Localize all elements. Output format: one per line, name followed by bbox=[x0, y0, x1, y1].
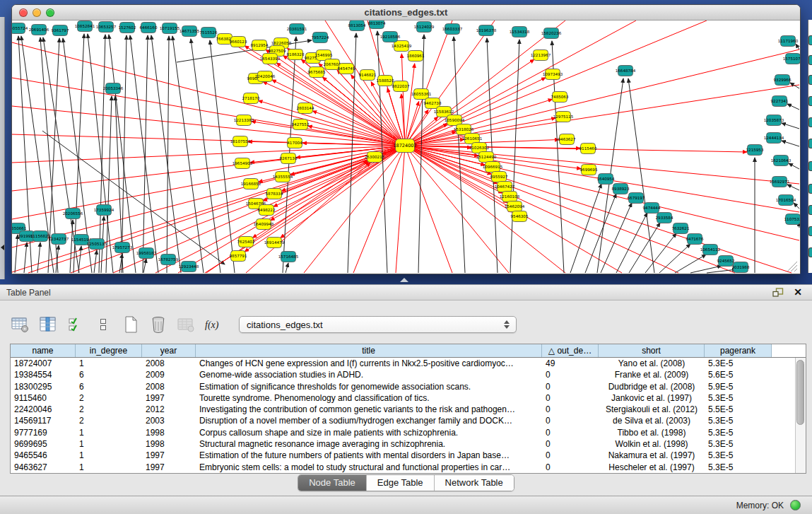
table-cell[interactable]: 1 bbox=[76, 450, 142, 461]
table-row[interactable]: 1830029562008Estimation of significance … bbox=[11, 381, 806, 392]
table-cell[interactable]: Estimation of significance thresholds fo… bbox=[196, 381, 542, 392]
table-cell[interactable]: Hescheler et al. (1997) bbox=[599, 462, 705, 473]
network-canvas[interactable]: 1872400776638229660123891295418226058982… bbox=[12, 21, 800, 274]
table-settings-icon[interactable] bbox=[10, 315, 31, 334]
table-cell[interactable]: 0 bbox=[542, 438, 599, 450]
panel-collapse-arrow-icon[interactable] bbox=[1, 245, 4, 250]
table-cell[interactable]: 5.3E-5 bbox=[705, 358, 772, 369]
table-cell[interactable]: 1 bbox=[76, 427, 142, 438]
table-cell[interactable]: 0 bbox=[542, 462, 599, 473]
tab-edge-table[interactable]: Edge Table bbox=[366, 475, 434, 491]
table-cell[interactable]: 2 bbox=[76, 404, 142, 415]
column-header-pagerank[interactable]: pagerank bbox=[705, 344, 772, 357]
table-cell[interactable]: 0 bbox=[542, 415, 599, 426]
table-cell[interactable]: Tibbo et al. (1998) bbox=[599, 427, 705, 438]
table-cell[interactable]: Jankovic et al. (1997) bbox=[599, 392, 705, 404]
table-cell[interactable]: 9777169 bbox=[11, 427, 76, 438]
table-row[interactable]: 911546021997Tourette syndrome. Phenomeno… bbox=[11, 392, 806, 404]
table-row[interactable]: 946362711997Embryonic stem cells: a mode… bbox=[11, 462, 806, 473]
table-cell[interactable]: 5.6E-5 bbox=[705, 369, 772, 380]
table-cell[interactable]: 2003 bbox=[142, 415, 196, 426]
new-table-icon[interactable] bbox=[120, 315, 141, 334]
table-cell[interactable]: 0 bbox=[542, 381, 599, 392]
table-cell[interactable]: 9115460 bbox=[11, 392, 76, 404]
table-cell[interactable]: 0 bbox=[542, 404, 599, 415]
table-cell[interactable]: de Silva et al. (2003) bbox=[599, 415, 705, 426]
table-row[interactable]: 1872400712008Changes of HCN gene express… bbox=[11, 358, 806, 369]
column-header-in_degree[interactable]: in_degree bbox=[76, 344, 142, 357]
splitter-handle[interactable] bbox=[400, 278, 408, 282]
table-cell[interactable]: 1998 bbox=[142, 427, 196, 438]
column-header-title[interactable]: title bbox=[196, 344, 542, 357]
table-cell[interactable]: Genome-wide association studies in ADHD. bbox=[196, 369, 542, 380]
column-header-year[interactable]: year bbox=[142, 344, 196, 357]
table-cell[interactable]: 5.3E-5 bbox=[705, 462, 772, 473]
table-cell[interactable]: 2008 bbox=[142, 381, 196, 392]
table-cell[interactable]: 2012 bbox=[142, 404, 196, 415]
table-cell[interactable]: 5.3E-5 bbox=[705, 427, 772, 438]
table-cell[interactable]: 5.5E-5 bbox=[705, 404, 772, 415]
table-cell[interactable]: 14569117 bbox=[11, 415, 76, 426]
table-cell[interactable]: Embryonic stem cells: a model to study s… bbox=[196, 462, 542, 473]
table-cell[interactable]: Estimation of the future numbers of pati… bbox=[196, 450, 542, 461]
tab-network-table[interactable]: Network Table bbox=[434, 475, 514, 491]
table-cell[interactable]: 19384554 bbox=[11, 369, 76, 380]
table-cell[interactable]: 0 bbox=[542, 427, 599, 438]
column-visibility-icon[interactable] bbox=[37, 315, 59, 334]
table-cell[interactable]: 2 bbox=[76, 415, 142, 426]
table-cell[interactable]: Yano et al. (2008) bbox=[599, 358, 705, 369]
column-header-short[interactable]: short bbox=[599, 344, 705, 357]
tab-node-table[interactable]: Node Table bbox=[298, 475, 366, 491]
table-cell[interactable]: Dudbridge et al. (2008) bbox=[599, 381, 705, 392]
table-cell[interactable]: Tourette syndrome. Phenomenology and cla… bbox=[196, 392, 542, 404]
column-header-name[interactable]: name bbox=[11, 344, 76, 357]
table-cell[interactable]: 0 bbox=[542, 450, 599, 461]
table-cell[interactable]: 5.3E-5 bbox=[705, 438, 772, 450]
table-cell[interactable]: 5.3E-5 bbox=[705, 392, 772, 404]
table-cell[interactable]: 1997 bbox=[142, 450, 196, 461]
table-cell[interactable]: 2 bbox=[76, 392, 142, 404]
table-cell[interactable]: 49 bbox=[542, 358, 599, 369]
table-cell[interactable]: 6 bbox=[76, 369, 142, 380]
table-cell[interactable]: Changes of HCN gene expression and I(f) … bbox=[196, 358, 542, 369]
table-cell[interactable]: 0 bbox=[542, 369, 599, 380]
float-window-icon[interactable] bbox=[772, 288, 784, 300]
table-cell[interactable]: 1998 bbox=[142, 438, 196, 450]
table-row[interactable]: 946554611997Estimation of the future num… bbox=[11, 450, 806, 461]
row-select-icon[interactable] bbox=[65, 315, 86, 334]
table-cell[interactable]: 1 bbox=[76, 358, 142, 369]
close-panel-icon[interactable]: ✕ bbox=[794, 286, 802, 298]
table-cell[interactable]: 18300295 bbox=[11, 381, 76, 392]
table-cell[interactable]: Franke et al. (2009) bbox=[599, 369, 705, 380]
rows-icon[interactable] bbox=[93, 315, 114, 334]
table-cell[interactable]: Disruption of a novel member of a sodium… bbox=[196, 415, 542, 426]
table-cell[interactable]: Investigating the contribution of common… bbox=[196, 404, 542, 415]
table-cell[interactable]: 1 bbox=[76, 438, 142, 450]
table-row[interactable]: 977716911998Corpus callosum shape and si… bbox=[11, 427, 806, 438]
table-row[interactable]: 2242004622012Investigating the contribut… bbox=[11, 404, 806, 415]
table-cell[interactable]: 1 bbox=[76, 462, 142, 473]
table-cell[interactable]: 0 bbox=[542, 392, 599, 404]
scrollbar-thumb[interactable] bbox=[796, 360, 804, 425]
table-scrollbar[interactable] bbox=[795, 358, 806, 473]
table-row[interactable]: 1456911722003Disruption of a novel membe… bbox=[11, 415, 806, 426]
function-builder-icon[interactable]: f(x) bbox=[203, 315, 224, 334]
window-titlebar[interactable]: citations_edges.txt bbox=[12, 5, 800, 21]
table-cell[interactable]: Nakamura et al. (1997) bbox=[599, 450, 705, 461]
table-cell[interactable]: 1997 bbox=[142, 462, 196, 473]
table-cell[interactable]: 2009 bbox=[142, 369, 196, 380]
table-cell[interactable]: 9699695 bbox=[11, 438, 76, 450]
table-row[interactable]: 969969511998Structural magnetic resonanc… bbox=[11, 438, 806, 450]
table-cell[interactable]: 9463627 bbox=[11, 462, 76, 473]
table-row[interactable]: 1938455462009Genome-wide association stu… bbox=[11, 369, 806, 380]
table-cell[interactable]: 5.3E-5 bbox=[705, 450, 772, 461]
table-cell[interactable]: Wolkin et al. (1998) bbox=[599, 438, 705, 450]
table-cell[interactable]: 1997 bbox=[142, 392, 196, 404]
table-cell[interactable]: 6 bbox=[76, 381, 142, 392]
table-cell[interactable]: Structural magnetic resonance image aver… bbox=[196, 438, 542, 450]
table-cell[interactable]: 22420046 bbox=[11, 404, 76, 415]
table-cell[interactable]: 5.9E-5 bbox=[705, 381, 772, 392]
delete-table-icon[interactable] bbox=[148, 315, 169, 334]
resize-grip-icon[interactable] bbox=[791, 265, 797, 271]
column-header-out_de[interactable]: △ out_de… bbox=[542, 344, 599, 357]
